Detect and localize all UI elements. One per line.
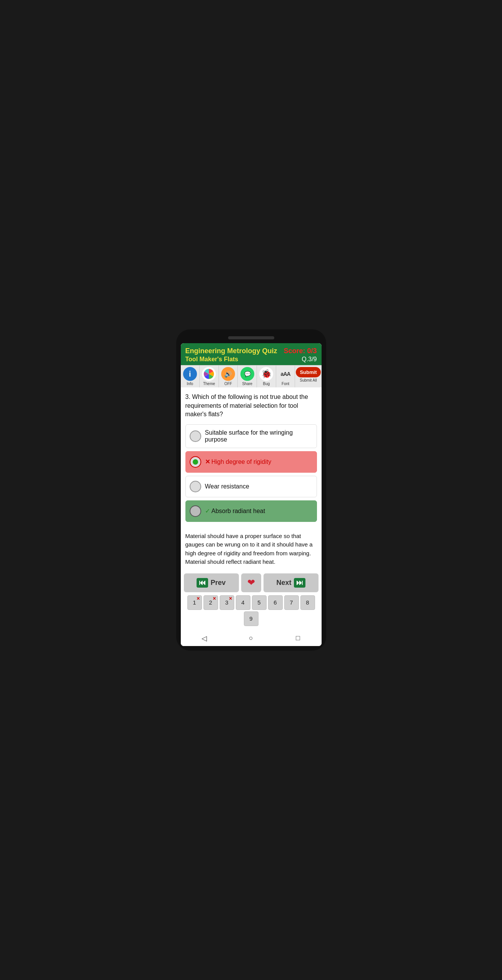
q-num-5[interactable]: 5	[252, 595, 267, 610]
app-container: Engineering Metrology Quiz Score: 0/3 To…	[181, 343, 322, 646]
q-num-6[interactable]: 6	[268, 595, 283, 610]
option-4-label: ✓Absorb radiant heat	[205, 507, 265, 515]
svg-text:💬: 💬	[244, 371, 251, 377]
submit-all-button[interactable]: Submit	[296, 367, 320, 377]
recent-icon: □	[296, 634, 300, 642]
heart-button[interactable]: ❤	[241, 573, 261, 592]
submit-all-label: Submit All	[300, 378, 317, 382]
toolbar-info[interactable]: i Info	[181, 365, 200, 387]
option-4[interactable]: ✓Absorb radiant heat	[185, 500, 317, 522]
toolbar-off[interactable]: 🔊 OFF	[219, 365, 238, 387]
radio-1	[190, 430, 201, 442]
prev-icon: ⏮	[197, 578, 208, 588]
bug-icon: 🐞	[259, 367, 273, 381]
q-num-4[interactable]: 4	[236, 595, 250, 610]
radio-inner-2	[193, 459, 198, 465]
off-label: OFF	[224, 382, 232, 386]
toolbar-font[interactable]: aAA Font	[276, 365, 295, 387]
share-label: Share	[242, 382, 252, 386]
theme-label: Theme	[203, 382, 215, 386]
score-display: Score: 0/3	[284, 347, 317, 355]
option-2[interactable]: ✕High degree of rigidity	[185, 451, 317, 473]
correct-check-icon: ✓	[205, 508, 210, 514]
toolbar-theme[interactable]: Theme	[200, 365, 219, 387]
phone-frame: Engineering Metrology Quiz Score: 0/3 To…	[176, 329, 326, 650]
q-num-2[interactable]: 2	[203, 595, 218, 610]
prev-label: Prev	[210, 579, 225, 587]
navigation-bar: ⏮ Prev ❤ Next ⏭	[181, 570, 322, 595]
radio-4	[190, 505, 201, 517]
info-icon: i	[183, 367, 197, 381]
question-numbers: 1 2 3 4 5 6 7 8 9	[181, 595, 322, 629]
share-icon: 💬	[240, 367, 254, 381]
q-num-7[interactable]: 7	[284, 595, 299, 610]
font-icon: aAA	[279, 367, 292, 381]
info-label: Info	[187, 382, 193, 386]
back-icon: ◁	[202, 634, 207, 643]
question-text: 3. Which of the following is not true ab…	[185, 393, 317, 419]
toolbar: i Info Theme 🔊	[181, 365, 322, 387]
font-label: Font	[282, 382, 289, 386]
next-label: Next	[276, 579, 291, 587]
radio-inner-4	[193, 508, 198, 514]
toolbar-submit-all[interactable]: Submit Submit All	[295, 365, 321, 387]
option-1-label: Suitable surface for the wringing purpos…	[205, 429, 313, 443]
prev-button[interactable]: ⏮ Prev	[184, 573, 239, 592]
phone-notch	[228, 336, 274, 339]
bug-label: Bug	[263, 382, 270, 386]
option-3[interactable]: Wear resistance	[185, 476, 317, 497]
theme-icon	[202, 367, 216, 381]
heart-icon: ❤	[247, 577, 255, 588]
system-navigation: ◁ ○ □	[181, 629, 322, 646]
option-1[interactable]: Suitable surface for the wringing purpos…	[185, 424, 317, 448]
radio-3	[190, 481, 201, 492]
radio-inner-1	[193, 434, 198, 439]
explanation-text: Material should have a proper surface so…	[181, 528, 322, 570]
question-number-inline: 3.	[185, 394, 192, 400]
q-num-3[interactable]: 3	[220, 595, 234, 610]
recent-button[interactable]: □	[293, 633, 304, 644]
radio-2	[190, 456, 201, 468]
q-num-1[interactable]: 1	[187, 595, 202, 610]
back-button[interactable]: ◁	[199, 633, 210, 644]
option-3-label: Wear resistance	[205, 483, 249, 490]
radio-inner-3	[193, 484, 198, 489]
app-title: Engineering Metrology Quiz	[185, 347, 277, 355]
option-2-label: ✕High degree of rigidity	[205, 458, 272, 465]
question-area: 3. Which of the following is not true ab…	[181, 387, 322, 528]
toolbar-share[interactable]: 💬 Share	[238, 365, 257, 387]
app-header: Engineering Metrology Quiz Score: 0/3 To…	[181, 343, 322, 365]
q-num-9[interactable]: 9	[244, 611, 259, 626]
next-button[interactable]: Next ⏭	[264, 573, 319, 592]
wrong-x-icon: ✕	[205, 458, 210, 465]
off-icon: 🔊	[221, 367, 235, 381]
toolbar-bug[interactable]: 🐞 Bug	[257, 365, 276, 387]
home-button[interactable]: ○	[246, 633, 257, 644]
next-icon: ⏭	[294, 578, 305, 588]
q-num-8[interactable]: 8	[300, 595, 315, 610]
home-icon: ○	[249, 634, 253, 642]
app-subtitle: Tool Maker's Flats	[185, 356, 238, 363]
question-number-header: Q.3/9	[302, 356, 317, 363]
